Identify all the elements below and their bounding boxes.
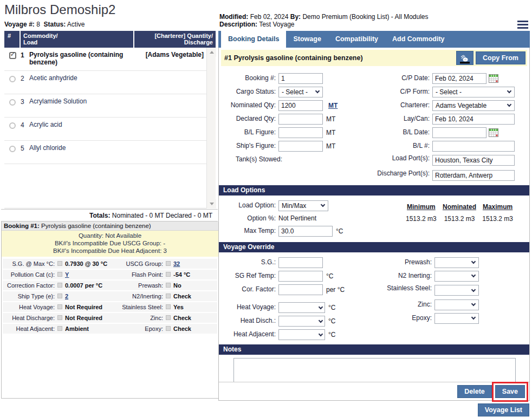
sg-ref-temp-input[interactable] bbox=[278, 271, 323, 282]
detail-ship-type: Ship Type (e): 2 bbox=[3, 291, 113, 301]
delete-button[interactable]: Delete bbox=[457, 385, 492, 398]
field-max-temp: Max Temp: °C bbox=[220, 224, 376, 238]
detail-correction-factor: Correction Factor: 0.0007 per °C bbox=[3, 281, 113, 290]
field-zinc-override: Zinc: bbox=[376, 298, 528, 311]
status-square-icon bbox=[166, 283, 171, 288]
commodity-row-4[interactable]: 4 Acrylic acid bbox=[4, 118, 216, 141]
tank-wash-button[interactable] bbox=[456, 51, 473, 65]
totals-bar: Totals: Nominated - 0 MT Declared - 0 MT bbox=[1, 209, 218, 221]
n2-inerting-select[interactable] bbox=[434, 271, 479, 282]
field-prewash-override: Prewash: bbox=[376, 256, 528, 269]
voyage-label: Voyage #: bbox=[4, 21, 35, 28]
row-radio[interactable] bbox=[9, 76, 16, 82]
stainless-steel-select[interactable] bbox=[434, 285, 479, 296]
detail-heat-voyage: Heat Voyage: Not Required bbox=[3, 302, 113, 312]
booking-no-input[interactable] bbox=[278, 73, 323, 84]
cargo-status-select[interactable]: - Select - bbox=[278, 87, 323, 97]
commodity-name: Pyrolysis gasoline (containing benzene) bbox=[29, 51, 145, 66]
heat-disch-combo[interactable] bbox=[278, 316, 325, 327]
row-radio[interactable] bbox=[9, 122, 16, 129]
epoxy-select[interactable] bbox=[434, 313, 479, 324]
commodity-row-3[interactable]: 3 Acrylamide Solution bbox=[4, 94, 216, 118]
commodity-row-1[interactable]: ✓ 1 Pyrolysis gasoline (containing benze… bbox=[4, 48, 216, 71]
commodity-name: Acrylamide Solution bbox=[29, 97, 145, 105]
ships-figure-input[interactable] bbox=[278, 141, 323, 152]
laycan-input[interactable] bbox=[432, 114, 515, 125]
tab-stowage[interactable]: Stowage bbox=[286, 31, 328, 48]
tab-compatibility[interactable]: Compatibility bbox=[328, 31, 385, 48]
field-n2-inerting-override: N2 Inerting: bbox=[376, 269, 528, 283]
load-options-header: Load Options bbox=[219, 185, 529, 196]
field-ships-figure: Ship's Figure: MT bbox=[220, 139, 376, 153]
warning-quantity: Quantity: Not Available bbox=[2, 232, 218, 239]
field-declared-qty: Declared Qty: MT bbox=[220, 112, 376, 126]
zinc-select[interactable] bbox=[434, 299, 479, 310]
charterer-select[interactable]: Adams Vegetable bbox=[432, 100, 515, 111]
field-cp-form: C/P Form: - Select - bbox=[376, 85, 528, 99]
menu-icon[interactable] bbox=[517, 21, 528, 29]
pollution-cat-link[interactable]: Y bbox=[65, 271, 69, 278]
load-option-select[interactable]: Min/Max bbox=[278, 200, 328, 211]
bl-date-input[interactable] bbox=[432, 127, 486, 138]
field-sg: S.G.: bbox=[220, 256, 376, 269]
declared-qty-input[interactable] bbox=[278, 114, 323, 125]
chevron-down-icon bbox=[471, 287, 476, 291]
heat-adjacent-input[interactable] bbox=[278, 329, 325, 340]
sg-input[interactable] bbox=[278, 257, 323, 268]
field-load-option: Load Option: Min/Max bbox=[220, 199, 376, 212]
calendar-icon[interactable] bbox=[489, 74, 498, 83]
commodity-table: # Commodity/ Load [Charterer] Quantity/ … bbox=[4, 31, 216, 208]
warning-heat: BK#'s Incompatible Due Heat Adjacent: 3 bbox=[2, 247, 218, 255]
heat-disch-input[interactable] bbox=[278, 316, 325, 327]
heat-voyage-combo[interactable] bbox=[278, 302, 325, 313]
commodity-row-2[interactable]: 2 Acetic anhydride bbox=[4, 71, 216, 94]
scroll-down-icon[interactable] bbox=[207, 199, 216, 208]
ship-type-link[interactable]: 2 bbox=[65, 293, 68, 299]
row-radio[interactable] bbox=[9, 99, 16, 106]
field-heat-voyage: Heat Voyage: °C bbox=[220, 301, 376, 314]
nominated-qty-unit-link[interactable]: MT bbox=[323, 102, 338, 109]
save-button[interactable]: Save bbox=[495, 385, 525, 398]
tab-add-commodity[interactable]: Add Commodity bbox=[385, 31, 452, 48]
cp-date-input[interactable] bbox=[432, 73, 486, 84]
max-temp-input[interactable] bbox=[278, 226, 333, 237]
row-checkbox-checked[interactable]: ✓ bbox=[9, 52, 16, 59]
commodity-charterer: [Adams Vegetable] bbox=[145, 51, 216, 58]
field-charterer: Charterer: Adams Vegetable bbox=[376, 99, 528, 112]
commodity-details: S.G. @ Max °C: 0.7930 @ 30 °C Pollution … bbox=[2, 257, 218, 335]
nominated-qty-input[interactable] bbox=[278, 100, 323, 111]
bl-no-input[interactable] bbox=[432, 141, 515, 152]
cor-factor-input[interactable] bbox=[278, 284, 323, 295]
status-square-icon bbox=[166, 315, 171, 320]
field-bl-no: B/L #: bbox=[376, 139, 528, 153]
load-ports-input[interactable] bbox=[432, 155, 515, 166]
prewash-select[interactable] bbox=[434, 257, 479, 268]
heat-voyage-input[interactable] bbox=[278, 302, 325, 313]
uscg-group-link[interactable]: 32 bbox=[173, 260, 180, 267]
discharge-ports-input[interactable] bbox=[432, 170, 515, 181]
status-square-icon bbox=[57, 272, 62, 277]
field-cor-factor: Cor. Factor: per °C bbox=[220, 283, 376, 296]
status-square-icon bbox=[57, 283, 62, 288]
field-epoxy-override: Epoxy: bbox=[376, 311, 528, 325]
cargo-titlebar: #1 Pyrolysis gasoline (containing benzen… bbox=[221, 50, 527, 66]
row-radio[interactable] bbox=[9, 146, 16, 152]
voyage-number: 8 bbox=[36, 21, 40, 28]
scroll-up-icon[interactable] bbox=[207, 48, 216, 57]
list-scrollbar[interactable] bbox=[206, 48, 216, 208]
heat-adjacent-combo[interactable] bbox=[278, 329, 325, 340]
detail-stainless-steel: Stainless Steel: Yes bbox=[113, 302, 217, 312]
copy-from-button[interactable]: Copy From bbox=[476, 51, 525, 64]
detail-flash-point: Flash Point: -54 °C bbox=[113, 270, 217, 279]
status-square-icon bbox=[166, 261, 171, 266]
cp-form-select[interactable]: - Select - bbox=[432, 87, 515, 97]
voyage-list-button[interactable]: Voyage List bbox=[478, 403, 529, 416]
bl-figure-input[interactable] bbox=[278, 127, 323, 138]
tab-booking-details[interactable]: Booking Details bbox=[221, 31, 286, 48]
status-value: Active bbox=[67, 21, 85, 28]
cargo-title: #1 Pyrolysis gasoline (containing benzen… bbox=[224, 54, 456, 62]
calendar-icon[interactable] bbox=[489, 128, 498, 137]
booking-summary-title: Booking #1: Pyrolysis gasoline (containi… bbox=[2, 221, 218, 231]
commodity-row-5[interactable]: 5 Allyl chloride bbox=[4, 141, 216, 164]
description-value: Test Voyage bbox=[259, 21, 294, 28]
